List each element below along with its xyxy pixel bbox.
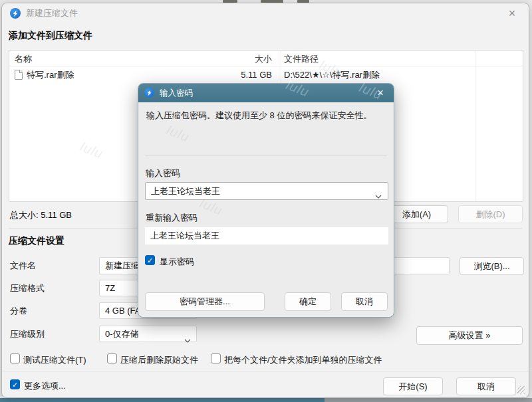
- advanced-settings-button[interactable]: 高级设置 »: [416, 326, 523, 345]
- delete-original-label: 压缩后删除原始文件: [120, 354, 198, 366]
- chevron-down-icon: [184, 332, 191, 348]
- desktop-bottom-strip: [0, 398, 532, 402]
- dialog-title: 输入密码: [160, 84, 193, 102]
- app-logo-icon: [144, 88, 154, 98]
- footer-divider: [2, 371, 529, 371]
- separate-archives-label: 把每个文件/文件夹添加到单独的压缩文件: [224, 354, 382, 366]
- cancel-button[interactable]: 取消: [456, 377, 516, 395]
- column-header-path[interactable]: 文件路径: [284, 52, 319, 65]
- add-button[interactable]: 添加(A): [385, 205, 448, 223]
- ok-button[interactable]: 确定: [285, 292, 331, 311]
- filename-label: 文件名: [10, 257, 36, 274]
- browse-button[interactable]: 浏览(B)...: [460, 257, 524, 275]
- more-options-label: 更多选项...: [24, 380, 66, 392]
- titlebar: 新建压缩文件 ×: [2, 3, 529, 23]
- window-title: 新建压缩文件: [26, 3, 78, 23]
- separate-archives-checkbox[interactable]: [211, 353, 221, 363]
- confirm-password-label: 重新输入密码: [146, 212, 198, 224]
- header-divider: [9, 66, 523, 66]
- resize-grip[interactable]: [517, 386, 525, 394]
- column-divider: [475, 50, 475, 201]
- password-manager-button[interactable]: 密码管理器...: [145, 292, 265, 311]
- dialog-message: 输入压缩包密码。建议使用至少 8 位的密码来保证安全性。: [146, 109, 387, 122]
- show-password-label: 显示密码: [160, 256, 194, 268]
- more-options-checkbox[interactable]: ✓: [10, 379, 20, 389]
- password-input[interactable]: [146, 183, 370, 199]
- level-value: 0-仅存储: [105, 329, 139, 339]
- chevron-down-icon: [375, 189, 382, 201]
- column-header-name[interactable]: 名称: [15, 52, 32, 65]
- column-header-size[interactable]: 大小: [205, 52, 272, 65]
- page-title: 添加文件到压缩文件: [9, 30, 92, 42]
- password-label: 输入密码: [146, 167, 180, 179]
- test-archive-label: 测试压缩文件(T): [23, 354, 86, 366]
- confirm-password-input[interactable]: [145, 227, 388, 245]
- password-dialog: 输入密码 × 输入压缩包密码。建议使用至少 8 位的密码来保证安全性。 输入密码…: [138, 83, 394, 318]
- file-path-cell: D:\522\★\☆\特写.rar删除: [284, 68, 380, 81]
- level-select[interactable]: 0-仅存储: [99, 326, 197, 342]
- window-close-icon[interactable]: ×: [503, 5, 521, 21]
- format-label: 压缩格式: [10, 280, 45, 297]
- show-password-checkbox[interactable]: ✓: [145, 255, 155, 265]
- file-icon: [15, 70, 23, 80]
- delete-original-checkbox[interactable]: [107, 353, 117, 363]
- desktop-background: 新建压缩文件 × 添加文件到压缩文件 名称 大小 文件路径 特写.rar删除 5…: [0, 0, 532, 402]
- dialog-titlebar: 输入密码 ×: [138, 84, 394, 102]
- file-size-cell: 5.11 GB: [205, 68, 272, 81]
- dialog-divider: [145, 155, 387, 156]
- file-name-cell: 特写.rar删除: [27, 68, 74, 81]
- start-button[interactable]: 开始(S): [383, 377, 443, 395]
- app-logo-icon: [10, 8, 21, 19]
- total-size-label: 总大小: 5.11 GB: [10, 209, 72, 221]
- format-value: 7Z: [105, 283, 115, 293]
- dialog-close-icon[interactable]: ×: [372, 85, 388, 101]
- dialog-cancel-button[interactable]: 取消: [341, 292, 388, 311]
- delete-button[interactable]: 删除(D): [458, 205, 523, 223]
- settings-section-title: 压缩文件设置: [9, 235, 65, 247]
- test-archive-checkbox[interactable]: [10, 353, 20, 363]
- level-label: 压缩级别: [10, 326, 45, 343]
- password-combobox[interactable]: [145, 182, 388, 200]
- volume-label: 分卷: [10, 302, 27, 320]
